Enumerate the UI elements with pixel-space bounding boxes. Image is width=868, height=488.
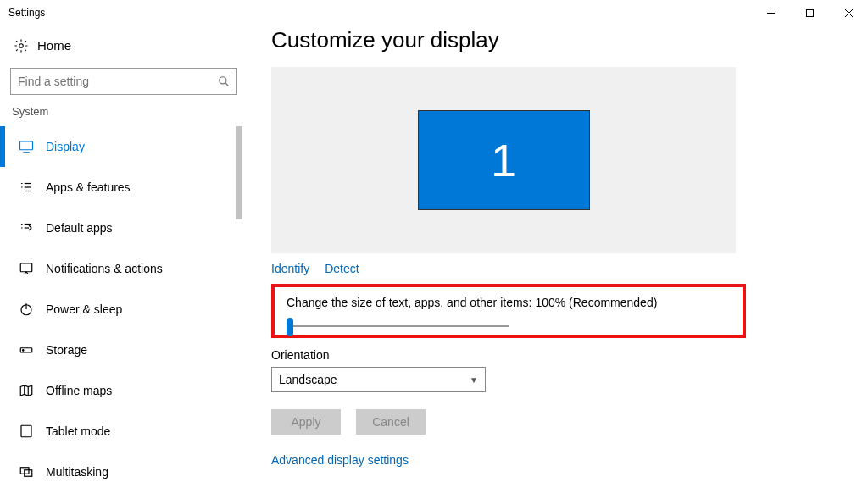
window-titlebar: Settings xyxy=(0,0,868,25)
sidebar-item-label: Offline maps xyxy=(46,384,112,397)
monitor-number: 1 xyxy=(491,134,516,186)
svg-rect-19 xyxy=(20,263,32,272)
sidebar-item-label: Tablet mode xyxy=(46,424,110,438)
sidebar-item-label: Default apps xyxy=(46,221,113,235)
search-box[interactable] xyxy=(10,68,237,95)
scale-label: Change the size of text, apps, and other… xyxy=(287,296,731,309)
sidebar-item-label: Storage xyxy=(46,343,87,357)
apply-button-label: Apply xyxy=(291,415,320,429)
maximize-icon xyxy=(805,8,815,18)
window-controls xyxy=(751,0,868,25)
display-action-links: Identify Detect xyxy=(271,262,834,275)
maximize-button[interactable] xyxy=(790,0,829,25)
search-icon xyxy=(218,75,230,87)
advanced-display-settings-link[interactable]: Advanced display settings xyxy=(271,453,834,467)
chevron-down-icon: ▼ xyxy=(470,375,478,385)
scale-highlight-box: Change the size of text, apps, and other… xyxy=(271,284,746,338)
notifications-icon xyxy=(19,261,34,276)
display-icon xyxy=(19,139,34,154)
sidebar-item-label: Display xyxy=(46,140,85,153)
power-icon xyxy=(19,302,34,317)
sidebar-item-label: Multitasking xyxy=(46,465,108,479)
sidebar-item-offline-maps[interactable]: Offline maps xyxy=(8,370,239,411)
orientation-value: Landscape xyxy=(279,373,337,386)
gear-icon xyxy=(14,38,27,52)
nav-home-label: Home xyxy=(37,38,71,53)
identify-link[interactable]: Identify xyxy=(271,262,309,275)
svg-line-6 xyxy=(225,83,229,86)
monitor-thumbnail[interactable]: 1 xyxy=(418,110,590,210)
svg-rect-7 xyxy=(20,141,33,150)
sidebar-scrollbar[interactable] xyxy=(234,126,242,448)
storage-icon xyxy=(19,342,34,358)
svg-rect-1 xyxy=(806,9,813,16)
cancel-button[interactable]: Cancel xyxy=(356,409,426,435)
defaults-icon xyxy=(19,220,34,236)
sidebar-item-notifications[interactable]: Notifications & actions xyxy=(8,248,239,289)
monitor-preview-area[interactable]: 1 xyxy=(271,67,736,253)
sidebar-item-default-apps[interactable]: Default apps xyxy=(8,208,239,248)
window-title: Settings xyxy=(8,7,45,19)
map-icon xyxy=(19,383,34,398)
svg-rect-29 xyxy=(25,470,32,477)
tablet-icon xyxy=(19,424,34,439)
minimize-button[interactable] xyxy=(751,0,790,25)
nav-home[interactable]: Home xyxy=(8,25,239,64)
close-button[interactable] xyxy=(829,0,868,25)
orientation-label: Orientation xyxy=(271,348,834,362)
sidebar-item-power-sleep[interactable]: Power & sleep xyxy=(8,289,239,330)
minimize-icon xyxy=(766,8,776,18)
svg-point-5 xyxy=(220,77,226,84)
scale-slider[interactable] xyxy=(287,318,509,323)
sidebar-item-tablet-mode[interactable]: Tablet mode xyxy=(8,411,239,452)
multitask-icon xyxy=(19,464,34,480)
sidebar-item-label: Power & sleep xyxy=(46,302,122,316)
sidebar-item-apps-features[interactable]: Apps & features xyxy=(8,167,239,208)
scroll-thumb[interactable] xyxy=(236,126,242,219)
close-icon xyxy=(844,8,854,18)
sidebar-item-label: Apps & features xyxy=(46,180,131,194)
list-icon xyxy=(19,180,34,195)
sidebar-item-multitasking[interactable]: Multitasking xyxy=(8,452,239,488)
action-buttons: Apply Cancel xyxy=(271,409,834,435)
apply-button[interactable]: Apply xyxy=(271,409,341,435)
sidebar-section-label: System xyxy=(8,105,239,126)
search-input[interactable] xyxy=(18,75,218,88)
orientation-select[interactable]: Landscape ▼ xyxy=(271,367,486,392)
cancel-button-label: Cancel xyxy=(372,415,409,429)
sidebar-item-display[interactable]: Display xyxy=(8,126,239,167)
detect-link[interactable]: Detect xyxy=(325,262,359,275)
svg-point-23 xyxy=(23,350,25,352)
slider-thumb[interactable] xyxy=(287,318,293,336)
svg-point-4 xyxy=(19,44,24,48)
content-pane: Customize your display 1 Identify Detect… xyxy=(248,25,868,488)
page-title: Customize your display xyxy=(271,27,834,53)
sidebar-item-storage[interactable]: Storage xyxy=(8,330,239,370)
sidebar-nav: Display Apps & features Default apps Not… xyxy=(8,126,239,488)
sidebar: Home System Display Apps & features Defa… xyxy=(0,25,248,488)
slider-track xyxy=(287,325,509,327)
sidebar-item-label: Notifications & actions xyxy=(46,262,163,275)
